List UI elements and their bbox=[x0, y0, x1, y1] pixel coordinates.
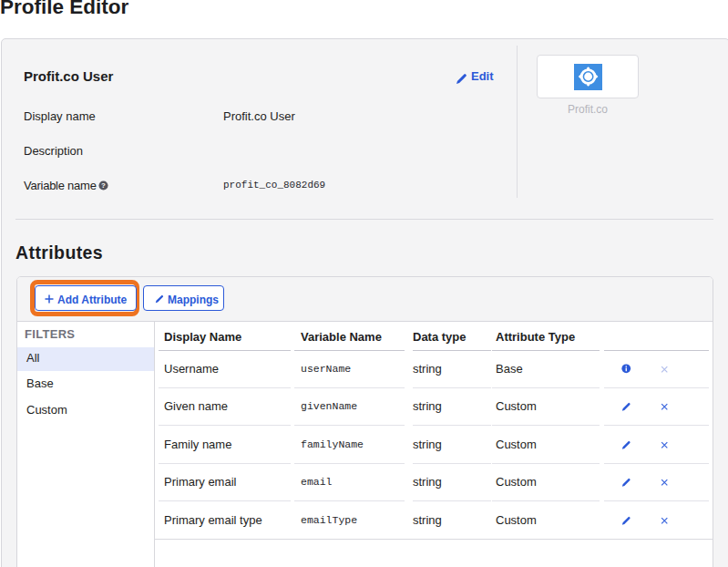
svg-text:?: ? bbox=[101, 181, 106, 190]
